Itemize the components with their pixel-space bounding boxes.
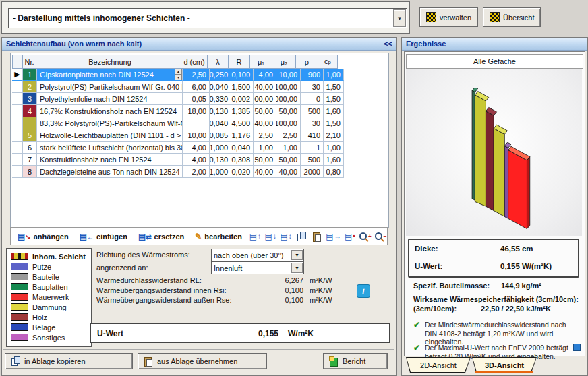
table-cell[interactable]: 0,330 [210,93,231,105]
material-name-cell[interactable]: Konstruktionsholz nach EN 12524 [37,154,183,166]
material-name-cell[interactable]: Gipskartonplatten nach DIN 12524▲▼ [37,69,183,81]
table-cell[interactable]: 0 [301,93,324,105]
table-cell[interactable]: 50,00 [276,105,301,117]
table-cell[interactable]: 1,50 [324,81,344,93]
row-selector[interactable] [12,117,23,129]
material-color-chip[interactable]: 7 [23,154,37,166]
table-row[interactable]: 8Dachziegelsteine aus Ton nach DIN 12524… [12,166,344,178]
table-row[interactable]: 7Konstruktionsholz nach EN 125244,000,13… [12,154,344,166]
copy-button[interactable] [295,230,307,243]
verwalten-button[interactable]: verwalten [419,7,478,27]
column-header[interactable]: λ [207,55,229,69]
row-selector[interactable] [12,93,23,105]
chevron-down-icon[interactable]: ▼ [291,263,303,273]
row-selector[interactable] [12,81,23,93]
table-cell[interactable]: 500 [301,105,324,117]
table-cell[interactable]: 4,500 [231,117,254,129]
material-color-chip[interactable]: 8 [23,166,37,178]
table-cell[interactable]: 2,00 [183,166,210,178]
table-cell[interactable]: 1,000 [210,142,231,154]
material-color-chip[interactable]: 1 [23,69,37,81]
tab-2d-ansicht[interactable]: 2D-Ansicht [406,357,471,373]
table-cell[interactable]: 4,00 [183,142,210,154]
table-cell[interactable]: 50,00 [276,154,301,166]
bericht-button[interactable]: Bericht [323,353,388,369]
column-header[interactable]: μ₂ [272,55,296,69]
table-cell[interactable]: 2,50 [183,69,210,81]
table-cell[interactable]: 2,50 [276,129,301,142]
table-cell[interactable]: 1,50 [324,93,344,105]
column-header[interactable]: cₚ [318,55,338,69]
info-icon[interactable]: i [357,284,370,298]
note-info-icon[interactable] [573,344,581,351]
table-row[interactable]: ▶1Gipskartonplatten nach DIN 12524▲▼2,50… [12,69,344,81]
row-selector[interactable] [12,129,23,142]
table-row[interactable]: 6stark belüftete Luftschicht (horizontal… [12,142,344,154]
table-cell[interactable]: 4,00 [254,69,276,81]
material-name-cell[interactable]: 16,7%: Konstruktionsholz nach EN 12524 [37,105,183,117]
material-color-chip[interactable]: 2 [23,81,37,93]
column-header[interactable]: d (cm) [181,55,208,69]
alle-gefache-button[interactable]: Alle Gefache [406,54,583,69]
table-cell[interactable]: 0,020 [231,166,254,178]
paste-button[interactable] [310,230,323,243]
ersetzen-button[interactable]: ▤⇄ersetzen [134,231,188,242]
table-cell[interactable]: 18,00 [183,105,210,117]
table-cell[interactable]: 6,00 [183,81,210,93]
row-selector[interactable]: ▶ [12,69,23,81]
row-selector[interactable] [12,154,23,166]
layer-sort-button[interactable]: ▤↕ [280,230,293,243]
row-selector[interactable] [12,105,23,117]
table-cell[interactable]: 40,00 [254,166,276,178]
einfuegen-button[interactable]: ▤←einfügen [76,231,131,242]
anhaengen-button[interactable]: ▤↘anhängen [13,231,73,242]
table-cell[interactable]: 50,00 [254,105,276,117]
table-cell[interactable]: 0,040 [210,117,231,129]
material-name-cell[interactable]: Dachziegelsteine aus Ton nach DIN 12524 [37,166,183,178]
display-mode-dropdown[interactable]: - Darstellung mittels inhomogener Schich… [8,8,407,28]
material-color-chip[interactable] [23,117,37,129]
table-cell[interactable]: 1,385 [231,105,254,117]
material-color-chip[interactable]: 5 [23,129,37,142]
row-selector[interactable] [12,166,23,178]
column-header[interactable]: Bezeichnung [36,55,181,69]
spin-up-icon[interactable]: ▲ [175,69,182,75]
table-cell[interactable]: 1,00 [324,142,344,154]
material-name-cell[interactable]: 83,3%: Polystyrol(PS)-Partikelschaum Wlf… [37,117,183,129]
material-color-chip[interactable]: 3 [23,93,37,105]
chevron-down-icon[interactable]: ▼ [291,250,303,260]
table-cell[interactable]: 1,60 [324,154,344,166]
table-cell[interactable]: 0,100 [231,69,254,81]
collapse-button[interactable]: << [384,40,392,48]
table-cell[interactable]: 2000 [301,166,324,178]
table-cell[interactable]: 0,040 [210,81,231,93]
table-cell[interactable]: 30 [301,117,324,129]
column-header[interactable]: ρ [295,55,318,69]
angrenzend-dropdown[interactable]: Innenluft ▼ [211,261,304,274]
table-cell[interactable]: 100,00 [276,117,301,129]
table-cell[interactable] [183,117,210,129]
table-cell[interactable]: 40,00 [254,81,276,93]
table-row[interactable]: 83,3%: Polystyrol(PS)-Partikelschaum Wlf… [12,117,344,129]
table-row[interactable]: 5Holzwolle-Leichtbauplatten (DIN 1101 - … [12,129,344,142]
ablage-uebernehmen-button[interactable]: aus Ablage übernehmen [138,353,267,369]
table-cell[interactable]: 50,00 [254,154,276,166]
table-cell[interactable]: 500 [301,154,324,166]
table-cell[interactable]: 10,00 [276,69,301,81]
thickness-spinner[interactable]: ▲▼ [175,69,182,80]
table-cell[interactable]: 1,176 [231,129,254,142]
layer-up-button[interactable]: ▤↑ [249,230,262,243]
material-name-cell[interactable]: Holzwolle-Leichtbauplatten (DIN 1101 - d… [37,129,183,142]
table-cell[interactable]: 0,130 [210,105,231,117]
table-row[interactable]: 3Polyethylenfolie nach DIN 125240,050,33… [12,93,344,105]
column-header[interactable]: R [228,55,250,69]
table-cell[interactable]: 4,00 [183,154,210,166]
spin-down-icon[interactable]: ▼ [175,75,182,81]
table-cell[interactable]: 1,00 [254,142,276,154]
layer-down-button[interactable]: ▤↓ [264,230,277,243]
chevron-down-icon[interactable]: ▼ [393,9,406,27]
column-header[interactable] [12,55,23,69]
table-cell[interactable]: 410 [301,129,324,142]
table-cell[interactable]: 2,50 [254,129,276,142]
table-row[interactable]: 416,7%: Konstruktionsholz nach EN 125241… [12,105,344,117]
